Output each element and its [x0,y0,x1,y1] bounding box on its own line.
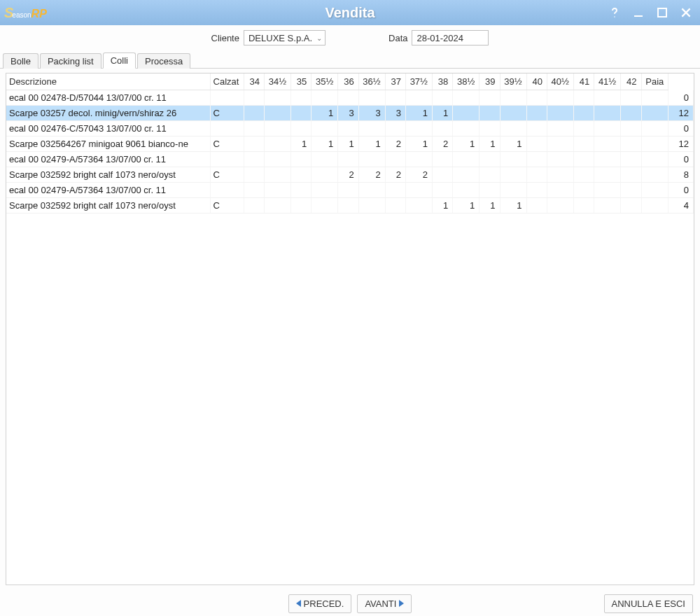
cell-size[interactable]: 3 [338,106,358,121]
cell-size[interactable] [405,183,432,198]
cell-size[interactable] [594,90,621,106]
cell-size[interactable] [547,152,573,167]
cell-size[interactable]: 3 [358,106,385,121]
maximize-button[interactable] [652,3,672,22]
cell-size[interactable] [244,152,264,167]
cell-size[interactable] [244,121,264,136]
cell-size[interactable] [547,198,573,214]
cell-size[interactable] [265,198,291,214]
cell-size[interactable] [621,167,641,183]
cell-calzat[interactable] [210,90,244,106]
cell-size[interactable]: 1 [291,136,312,152]
cell-size[interactable]: 1 [453,198,479,214]
cell-size[interactable] [526,183,547,198]
cell-size[interactable] [500,183,526,198]
cell-calzat[interactable] [210,121,244,136]
cell-size[interactable] [621,121,641,136]
cell-size[interactable] [312,183,338,198]
cell-descrizione[interactable]: Scarpe 03257 decol. minig/vern/shiraz 26 [6,106,210,121]
cell-size[interactable] [479,121,500,136]
cell-size[interactable] [312,121,338,136]
cell-size[interactable]: 2 [338,167,358,183]
cell-size[interactable] [573,106,594,121]
cell-descrizione[interactable]: ecal 00 02476-C/57043 13/07/00 cr. 11 [6,121,210,136]
column-header[interactable]: 39 [479,74,500,90]
cell-paia[interactable]: 0 [668,90,694,106]
cell-size[interactable] [265,152,291,167]
cell-size[interactable] [385,198,405,214]
column-header[interactable]: 34½ [265,74,291,90]
column-header[interactable]: 38 [432,74,452,90]
cell-size[interactable]: 1 [500,136,526,152]
table-row[interactable]: Scarpe 03257 decol. minig/vern/shiraz 26… [6,106,694,121]
cancel-button[interactable]: ANNULLA E ESCI [604,594,694,613]
cell-size[interactable] [641,183,668,198]
cell-size[interactable] [594,167,621,183]
column-header[interactable]: 41½ [594,74,621,90]
cell-size[interactable] [453,183,479,198]
cell-size[interactable] [291,183,312,198]
cell-paia[interactable]: 12 [668,136,694,152]
table-row[interactable]: ecal 00 02478-D/57044 13/07/00 cr. 110 [6,90,694,106]
close-button[interactable] [676,3,696,22]
cell-size[interactable] [338,121,358,136]
cell-size[interactable] [573,167,594,183]
table-row[interactable]: ecal 00 02479-A/57364 13/07/00 cr. 110 [6,152,694,167]
cell-size[interactable] [405,152,432,167]
cell-size[interactable]: 1 [338,136,358,152]
cell-size[interactable] [573,152,594,167]
column-header[interactable]: 40½ [547,74,573,90]
cell-size[interactable] [641,198,668,214]
cell-size[interactable]: 3 [385,106,405,121]
cell-size[interactable] [621,106,641,121]
tab-bolle[interactable]: Bolle [3,53,38,69]
cell-size[interactable] [312,90,338,106]
cell-size[interactable] [338,152,358,167]
next-button[interactable]: AVANTI [357,594,412,613]
cell-size[interactable] [338,90,358,106]
cell-calzat[interactable]: C [210,198,244,214]
column-header[interactable]: Paia [641,74,668,90]
cell-size[interactable] [338,183,358,198]
grid-wrap[interactable]: DescrizioneCalzat3434½3535½3636½3737½383… [6,73,694,585]
cell-size[interactable] [594,136,621,152]
cell-size[interactable] [500,106,526,121]
cell-size[interactable] [244,183,264,198]
column-header[interactable]: Calzat [210,74,244,90]
cell-size[interactable] [573,183,594,198]
column-header[interactable]: 40 [526,74,547,90]
cell-size[interactable] [573,90,594,106]
cell-size[interactable]: 1 [432,198,452,214]
cell-size[interactable] [432,90,452,106]
cell-size[interactable] [453,121,479,136]
cell-size[interactable] [312,198,338,214]
cell-size[interactable] [547,183,573,198]
cell-size[interactable] [547,167,573,183]
cell-calzat[interactable]: C [210,167,244,183]
cell-size[interactable] [500,90,526,106]
cell-size[interactable] [385,183,405,198]
cell-size[interactable] [291,198,312,214]
cell-size[interactable] [479,167,500,183]
cell-size[interactable] [547,106,573,121]
cell-calzat[interactable] [210,183,244,198]
cell-size[interactable]: 1 [500,198,526,214]
cell-calzat[interactable] [210,152,244,167]
cell-size[interactable] [621,90,641,106]
cell-size[interactable]: 1 [312,136,338,152]
cell-size[interactable] [526,152,547,167]
cell-size[interactable] [265,90,291,106]
column-header[interactable]: 35 [291,74,312,90]
column-header[interactable]: 36 [338,74,358,90]
column-header[interactable]: 39½ [500,74,526,90]
cell-size[interactable] [385,90,405,106]
cell-size[interactable] [405,121,432,136]
table-row[interactable]: Scarpe 032564267 minigoat 9061 bianco-ne… [6,136,694,152]
cell-size[interactable] [573,121,594,136]
data-field[interactable]: 28-01-2024 [412,30,489,46]
cell-size[interactable] [358,121,385,136]
cell-size[interactable] [405,198,432,214]
cell-size[interactable] [526,198,547,214]
cell-size[interactable] [547,90,573,106]
cell-size[interactable]: 1 [405,106,432,121]
